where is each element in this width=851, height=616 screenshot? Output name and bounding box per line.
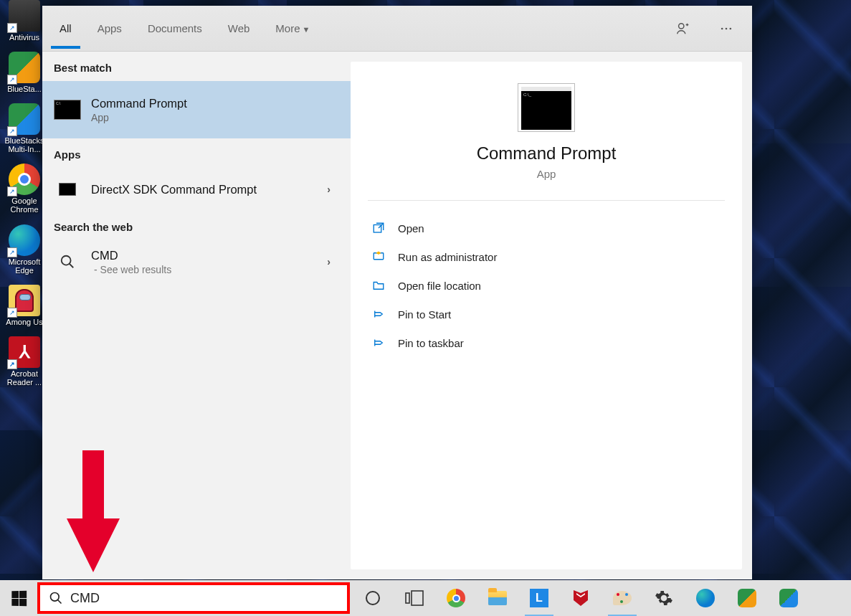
section-header-apps: Apps xyxy=(42,138,351,168)
action-pin-to-taskbar[interactable]: Pin to taskbar xyxy=(368,328,725,357)
folder-icon xyxy=(371,279,386,292)
taskbar-pinned-apps: L xyxy=(363,580,799,616)
cortana-icon[interactable] xyxy=(363,588,383,608)
svg-point-7 xyxy=(51,593,60,602)
desktop-icon-amongus[interactable]: ↗ Among Us xyxy=(3,285,46,326)
search-filter-tabs: All Apps Documents Web More▼ xyxy=(42,6,752,52)
tab-web[interactable]: Web xyxy=(224,8,255,49)
chrome-taskbar-icon[interactable] xyxy=(446,588,466,608)
bluestacks-taskbar-icon[interactable] xyxy=(737,588,757,608)
svg-point-3 xyxy=(730,27,732,29)
svg-point-0 xyxy=(679,23,684,28)
desktop-icon-acrobat[interactable]: ⅄↗ Acrobat Reader ... xyxy=(3,336,46,387)
tab-documents[interactable]: Documents xyxy=(143,8,206,49)
task-view-icon[interactable] xyxy=(404,588,424,608)
search-input[interactable] xyxy=(70,591,338,606)
tab-all[interactable]: All xyxy=(55,8,76,49)
svg-rect-9 xyxy=(406,593,409,603)
edge-taskbar-icon[interactable] xyxy=(695,588,715,608)
result-web-cmd[interactable]: CMD - See web results › xyxy=(42,240,351,283)
svg-point-1 xyxy=(721,27,723,29)
taskbar: L xyxy=(0,580,851,616)
feedback-icon[interactable] xyxy=(670,16,696,42)
section-header-search-web: Search the web xyxy=(42,211,351,240)
shield-icon xyxy=(371,250,386,263)
windows-logo-icon xyxy=(11,590,27,606)
svg-point-4 xyxy=(62,256,71,265)
more-options-icon[interactable] xyxy=(713,16,739,42)
search-icon xyxy=(54,251,81,273)
action-pin-to-start[interactable]: Pin to Start xyxy=(368,300,725,328)
detail-app-icon xyxy=(518,83,575,132)
detail-subtitle: App xyxy=(537,168,556,180)
result-detail-pane: Command Prompt App Open Run as administr… xyxy=(351,62,742,569)
mcafee-icon[interactable] xyxy=(571,588,591,608)
file-explorer-icon[interactable] xyxy=(488,588,508,608)
result-directx-sdk-cmd[interactable]: DirectX SDK Command Prompt › xyxy=(42,168,351,211)
search-icon xyxy=(49,591,63,605)
start-search-panel: All Apps Documents Web More▼ Best match … xyxy=(42,6,752,579)
chevron-right-icon: › xyxy=(327,256,339,267)
result-command-prompt[interactable]: Command Prompt App xyxy=(42,81,351,138)
cmd-icon xyxy=(54,179,81,200)
desktop-icon-bluestacks[interactable]: ↗ BlueSta... xyxy=(3,52,46,93)
desktop-icons-column: ↗ Antivirus ↗ BlueSta... ↗ BlueStacks Mu… xyxy=(3,0,46,387)
detail-title: Command Prompt xyxy=(477,143,617,164)
tab-more[interactable]: More▼ xyxy=(271,8,314,49)
desktop-icon-chrome[interactable]: ↗ Google Chrome xyxy=(3,164,46,214)
desktop-icon-antivirus[interactable]: ↗ Antivirus xyxy=(3,0,46,42)
pin-icon xyxy=(371,308,386,321)
paint-icon[interactable] xyxy=(612,588,632,608)
tab-apps[interactable]: Apps xyxy=(93,8,126,49)
action-run-as-admin[interactable]: Run as administrator xyxy=(368,242,725,271)
svg-point-2 xyxy=(726,27,728,29)
section-header-best-match: Best match xyxy=(42,52,351,81)
action-open[interactable]: Open xyxy=(368,214,725,242)
chevron-right-icon: › xyxy=(327,184,339,195)
svg-rect-10 xyxy=(412,591,423,605)
svg-point-8 xyxy=(366,592,379,605)
settings-icon[interactable] xyxy=(654,588,674,608)
taskbar-search-box[interactable] xyxy=(37,582,350,614)
start-button[interactable] xyxy=(0,580,37,616)
app-l-icon[interactable]: L xyxy=(529,588,549,608)
cmd-icon xyxy=(54,99,81,120)
bluestacks2-taskbar-icon[interactable] xyxy=(779,588,799,608)
annotation-arrow-icon xyxy=(65,450,122,576)
open-icon xyxy=(371,222,386,234)
pin-icon xyxy=(371,336,386,349)
action-open-file-location[interactable]: Open file location xyxy=(368,271,725,300)
desktop-icon-edge[interactable]: ↗ Microsoft Edge xyxy=(3,224,46,275)
chevron-down-icon: ▼ xyxy=(303,25,310,34)
desktop-icon-bluestacks-multi[interactable]: ↗ BlueStacks Multi-In... xyxy=(3,103,46,153)
